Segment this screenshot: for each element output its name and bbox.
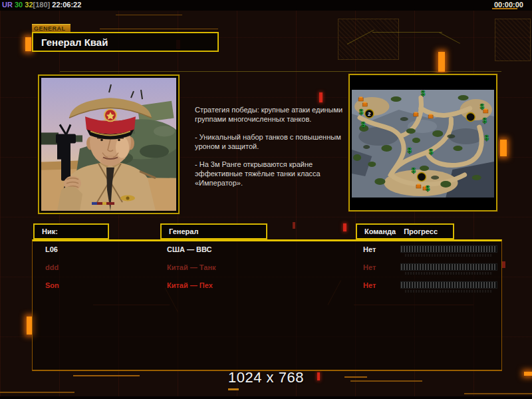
header-general: Генерал xyxy=(160,223,267,239)
supply-dollar-icon: $ xyxy=(412,166,416,174)
strategy-paragraph: - На 3м Ранге открываются крайне эффекти… xyxy=(195,160,344,188)
supply-dollar-icon: $ xyxy=(485,134,489,142)
progress-bar xyxy=(400,281,497,289)
header-team-progress: Команда Прогресс xyxy=(356,223,454,239)
circuit-trace xyxy=(228,388,239,390)
supply-dollar-icon: $ xyxy=(421,90,425,97)
alert-dash xyxy=(319,92,323,102)
roster-table: L06 США — ВВС Нет ddd Китай — Танк Нет S… xyxy=(32,239,502,371)
metric-label: UR xyxy=(2,1,13,9)
supply-dollar-icon: $ xyxy=(361,120,365,128)
cell-team: Нет xyxy=(363,263,376,271)
top-status-bar: UR 30 32[180] 22:06:22 xyxy=(0,0,532,11)
title-box: Генерал Квай xyxy=(32,32,219,52)
resolution-label: 1024 x 768 xyxy=(0,369,532,386)
circuit-trace xyxy=(60,71,501,72)
metric-yellow: 32 xyxy=(25,1,33,9)
start-position-label: 2 xyxy=(368,111,371,117)
table-row[interactable]: Son Китай — Пех Нет xyxy=(33,279,501,295)
loading-screen: UR 30 32[180] 22:06:22 00:00:00 GENERAL … xyxy=(0,0,532,399)
strategy-paragraph: - Уникальный набор танков с повышенным у… xyxy=(195,132,344,151)
header-general-label: Генерал xyxy=(169,227,198,235)
portrait-panel xyxy=(38,74,180,214)
supply-dollar-icon: $ xyxy=(408,146,412,154)
circuit-trace xyxy=(0,392,74,393)
circuit-trace xyxy=(100,29,218,29)
header-progress-label: Прогресс xyxy=(404,227,438,235)
glow-block xyxy=(500,140,507,156)
supply-dollar-icon: $ xyxy=(480,102,484,110)
alert-dash xyxy=(293,222,295,229)
general-portrait-image xyxy=(41,78,176,211)
alert-dash xyxy=(343,223,346,231)
minimap-image: $$$$$$$$$$2 xyxy=(352,90,494,198)
hatch-panel xyxy=(338,19,399,60)
header-team-label: Команда xyxy=(364,227,396,235)
cell-nick: ddd xyxy=(45,263,59,271)
building-icon xyxy=(416,185,421,188)
progress-bar xyxy=(400,263,497,271)
start-position-marker xyxy=(417,173,426,182)
supply-dollar-icon: $ xyxy=(359,108,363,116)
building-icon xyxy=(428,115,433,118)
cell-nick: Son xyxy=(45,281,59,289)
progress-bar xyxy=(400,245,497,253)
tab-general[interactable]: GENERAL xyxy=(32,24,70,32)
strategy-description: Стратегия победы: крупные атаки едиными … xyxy=(195,105,344,196)
cell-general: Китай — Пех xyxy=(167,281,213,289)
strategy-paragraph: Стратегия победы: крупные атаки едиными … xyxy=(195,105,344,124)
page-title: Генерал Квай xyxy=(33,37,108,48)
cell-nick: L06 xyxy=(45,245,58,253)
building-icon xyxy=(362,103,367,106)
table-row[interactable]: ddd Китай — Танк Нет xyxy=(33,261,501,277)
supply-dollar-icon: $ xyxy=(426,184,430,192)
glow-block xyxy=(438,52,445,72)
circuit-trace xyxy=(464,393,532,394)
header-nick: Ник: xyxy=(33,223,109,239)
building-roof-icon xyxy=(359,97,362,98)
circuit-trace xyxy=(439,32,460,44)
building-roof-icon xyxy=(414,112,418,114)
minimap-letterbox: $$$$$$$$$$2 xyxy=(350,75,496,210)
hatch-panel xyxy=(495,19,531,61)
table-row[interactable]: L06 США — ВВС Нет xyxy=(33,243,501,259)
glow-block xyxy=(25,37,31,51)
metric-green: 30 xyxy=(15,1,23,9)
clock-readout: 22:06:22 xyxy=(52,1,81,9)
metric-bracket: [180] xyxy=(33,1,51,9)
bottom-strip xyxy=(0,396,532,399)
building-icon xyxy=(358,98,363,101)
cell-team: Нет xyxy=(363,245,376,253)
debug-readout: UR 30 32[180] 22:06:22 xyxy=(2,1,81,9)
match-timer: 00:00:00 xyxy=(494,1,523,9)
header-nick-label: Ник: xyxy=(42,227,58,235)
building-roof-icon xyxy=(429,114,432,116)
cell-general: Китай — Танк xyxy=(167,263,216,271)
building-roof-icon xyxy=(484,109,487,110)
start-position-marker xyxy=(466,113,475,122)
cell-team: Нет xyxy=(363,281,376,289)
minimap-panel: $$$$$$$$$$2 xyxy=(348,74,497,211)
supply-dollar-icon: $ xyxy=(429,148,433,156)
building-roof-icon xyxy=(417,184,420,186)
building-roof-icon xyxy=(363,102,366,104)
building-icon xyxy=(414,113,418,116)
supply-dollar-icon: $ xyxy=(483,116,487,124)
circuit-trace xyxy=(116,15,182,15)
cell-general: США — ВВС xyxy=(167,245,211,253)
